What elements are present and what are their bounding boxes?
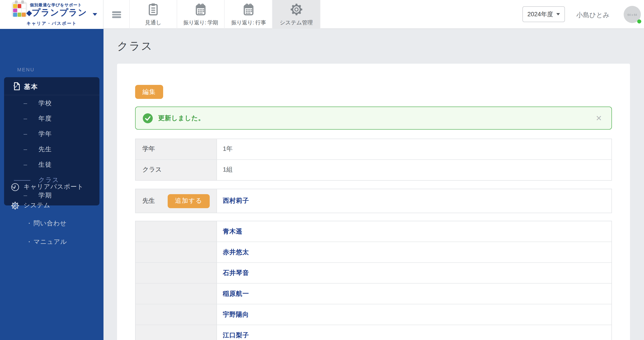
student-link[interactable]: 青木遥 (223, 227, 242, 236)
student-link[interactable]: 江口梨子 (223, 332, 249, 340)
calendar-icon (194, 3, 207, 16)
sidebar-item-seito[interactable]: –生徒 (4, 157, 100, 172)
class-info-table: 学年 1年 クラス 1組 (135, 139, 612, 181)
main-content: クラス 編集 更新しました。 × 学年 1年 クラス 1組 (104, 29, 644, 340)
sidebar-item-manual[interactable]: ・ マニュアル (0, 233, 104, 250)
sidebar-item-sensei[interactable]: –先生 (4, 141, 100, 157)
class-detail-card: 編集 更新しました。 × 学年 1年 クラス 1組 (117, 64, 630, 340)
row-label: 先生 追加する (136, 189, 217, 213)
alert-message: 更新しました。 (158, 114, 205, 122)
sidebar-item-gakko[interactable]: –学校 (4, 95, 100, 111)
hamburger-icon (112, 11, 121, 13)
close-icon[interactable]: × (592, 112, 605, 125)
calendar-icon (242, 3, 255, 16)
table-row: 宇野陽向 (136, 304, 612, 325)
student-link[interactable]: 石井琴音 (223, 269, 249, 277)
chevron-down-icon (556, 13, 560, 15)
row-label (136, 221, 217, 242)
page-title: クラス (117, 39, 153, 53)
student-link[interactable]: 稲原航一 (223, 290, 249, 298)
students-table: 青木遥 赤井悠太 石井琴音 稲原航一 宇野陽向 (135, 221, 612, 340)
edit-button[interactable]: 編集 (135, 85, 163, 99)
menu-section-label: MENU (17, 67, 34, 72)
hamburger-menu-button[interactable] (104, 0, 130, 29)
calendar-logo-icon (12, 2, 27, 17)
hamburger-icon (112, 14, 121, 15)
tab-furikaeri-gyoji[interactable]: 振り返り: 行事 (225, 0, 272, 29)
table-row: 石井琴音 (136, 263, 612, 284)
year-selector[interactable]: 2024年度 (522, 6, 565, 22)
tab-system-admin[interactable]: システム管理 (272, 0, 320, 29)
hamburger-icon (112, 16, 121, 18)
gear-icon (290, 3, 302, 16)
clipboard-icon (147, 3, 159, 16)
add-teacher-button[interactable]: 追加する (168, 194, 210, 208)
app-viewport: 個別最適な学びをサポート プランプラン キャリア・パスポート 見通し (0, 0, 644, 340)
table-row: 稲原航一 (136, 284, 612, 304)
teacher-link[interactable]: 西村莉子 (223, 197, 249, 205)
chevron-down-icon (93, 13, 97, 16)
row-label (136, 304, 217, 325)
row-label (136, 325, 217, 340)
sidebar-item-inquiry[interactable]: ・ 問い合わせ (0, 215, 104, 231)
diamond-icon (26, 10, 32, 16)
student-link[interactable]: 赤井悠太 (223, 248, 249, 256)
table-row: 赤井悠太 (136, 242, 612, 263)
row-label (136, 242, 217, 262)
online-status-dot (637, 19, 641, 23)
sidebar-item-basic[interactable]: 基本 (4, 77, 100, 95)
row-label: 学年 (136, 139, 217, 159)
check-circle-icon (143, 113, 153, 123)
sidebar-item-gakunen[interactable]: –学年 (4, 126, 100, 141)
teacher-table: 先生 追加する 西村莉子 (135, 189, 612, 213)
row-label (136, 284, 217, 304)
success-alert: 更新しました。 × (135, 107, 612, 130)
tab-mitoshi[interactable]: 見通し (130, 0, 177, 29)
chevron-down-icon (11, 184, 17, 190)
brand-name: プランプラン (32, 7, 87, 18)
brand-subtitle: キャリア・パスポート (0, 21, 104, 27)
row-value: 1組 (217, 160, 612, 180)
table-row: クラス 1組 (136, 160, 612, 180)
chevron-down-icon (11, 203, 17, 209)
row-label: クラス (136, 160, 217, 180)
row-value: 1年 (217, 139, 612, 159)
row-label (136, 263, 217, 283)
top-header: 個別最適な学びをサポート プランプラン キャリア・パスポート 見通し (0, 0, 644, 29)
sidebar-item-nendo[interactable]: –年度 (4, 111, 100, 126)
brand-logo[interactable]: 個別最適な学びをサポート プランプラン キャリア・パスポート (0, 0, 104, 29)
student-link[interactable]: 宇野陽向 (223, 311, 249, 319)
chevron-down-icon (12, 83, 18, 89)
tab-furikaeri-gakki[interactable]: 振り返り: 学期 (177, 0, 224, 29)
table-row: 学年 1年 (136, 139, 612, 160)
sidebar-item-career-passport[interactable]: キャリアパスポート (0, 178, 104, 196)
user-name: 小島ひとみ (570, 11, 616, 19)
table-row: 先生 追加する 西村莉子 (136, 189, 612, 213)
table-row: 江口梨子 (136, 325, 612, 340)
sidebar: MENU 基本 –学校 –年度 –学年 –先 (0, 29, 104, 340)
avatar[interactable]: 64 x 64 (624, 6, 641, 23)
table-row: 青木遥 (136, 221, 612, 242)
sidebar-item-system[interactable]: システム (0, 197, 104, 214)
